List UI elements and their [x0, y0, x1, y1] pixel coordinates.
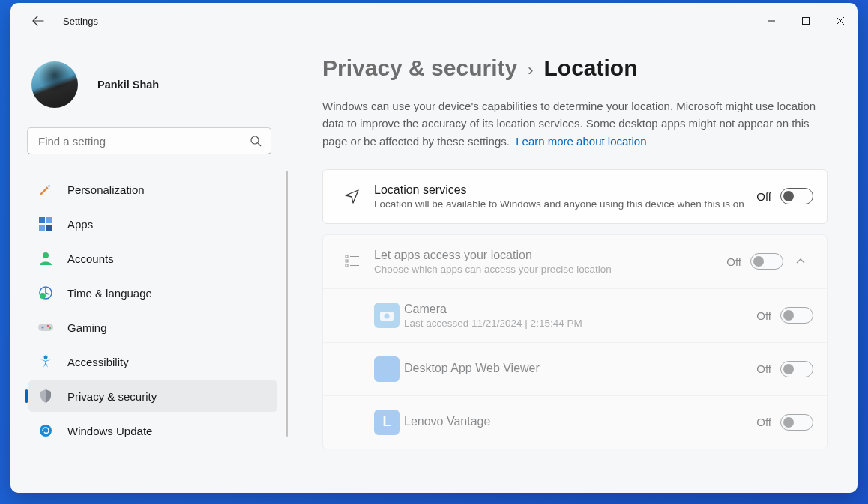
minimize-button[interactable] [754, 9, 789, 33]
lenovo-app-icon: L [374, 410, 400, 435]
maximize-icon [801, 16, 810, 25]
back-arrow-icon [32, 15, 44, 27]
nav-apps[interactable]: Apps [28, 208, 277, 240]
nav-gaming[interactable]: Gaming [28, 312, 277, 343]
app-access-group: Let apps access your location Choose whi… [322, 234, 828, 449]
close-button[interactable] [823, 9, 858, 33]
desktop-viewer-app-icon [374, 356, 400, 382]
breadcrumb-separator: › [528, 61, 533, 80]
search-input[interactable] [37, 134, 250, 148]
time-language-icon [37, 285, 54, 301]
svg-rect-9 [46, 225, 52, 231]
nav-windows-update[interactable]: Windows Update [28, 415, 277, 446]
nav-label: Gaming [67, 321, 107, 334]
profile[interactable]: Pankil Shah [10, 54, 288, 127]
settings-window: Settings Pankil Shah Personaliza [10, 3, 858, 493]
main-content: Privacy & security › Location Windows ca… [288, 39, 858, 493]
app-access-row[interactable]: Let apps access your location Choose whi… [323, 235, 827, 289]
svg-rect-7 [46, 217, 52, 223]
nav-label: Privacy & security [67, 390, 157, 403]
svg-point-15 [47, 325, 49, 327]
location-arrow-icon [331, 187, 374, 205]
svg-rect-1 [803, 18, 810, 25]
svg-point-18 [40, 425, 52, 437]
privacy-security-icon [37, 388, 54, 404]
app-camera-state: Off [756, 309, 771, 322]
app-camera-toggle[interactable] [780, 307, 813, 324]
svg-point-14 [42, 327, 44, 329]
search-icon [250, 135, 262, 147]
app-desktop-web-viewer-state: Off [756, 362, 771, 375]
app-camera-sub: Last accessed 11/21/2024 | 2:15:44 PM [404, 318, 744, 329]
app-access-toggle[interactable] [750, 253, 783, 270]
window-title: Settings [63, 16, 98, 27]
location-services-state: Off [756, 190, 771, 203]
gaming-icon [37, 319, 54, 336]
close-icon [836, 16, 845, 25]
apps-icon [37, 216, 54, 232]
nav-privacy-security[interactable]: Privacy & security [28, 380, 277, 412]
search-box[interactable] [27, 127, 271, 154]
camera-app-icon [374, 303, 400, 328]
app-lenovo-vantage-toggle[interactable] [780, 414, 813, 431]
list-icon [331, 253, 374, 270]
nav-label: Windows Update [67, 425, 152, 437]
nav-label: Personalization [67, 183, 145, 196]
app-camera-row[interactable]: Camera Last accessed 11/21/2024 | 2:15:4… [323, 289, 827, 343]
back-button[interactable] [24, 7, 52, 35]
location-services-row[interactable]: Location services Location will be avail… [323, 170, 827, 223]
svg-rect-6 [39, 217, 45, 223]
app-access-state: Off [726, 255, 741, 268]
nav-label: Accounts [67, 252, 114, 265]
app-lenovo-vantage-row[interactable]: L Lenovo Vantage Off [323, 396, 827, 449]
svg-point-16 [49, 327, 51, 329]
app-desktop-web-viewer-name: Desktop App Web Viewer [404, 362, 744, 375]
svg-point-17 [44, 356, 48, 359]
nav-personalization[interactable]: Personalization [28, 174, 277, 205]
accessibility-icon [37, 353, 54, 370]
app-access-subtitle: Choose which apps can access your precis… [374, 264, 714, 275]
location-services-toggle[interactable] [780, 188, 813, 204]
nav-label: Accessibility [67, 356, 129, 368]
svg-rect-13 [38, 324, 53, 331]
app-lenovo-vantage-state: Off [756, 416, 771, 428]
breadcrumb-parent[interactable]: Privacy & security [322, 55, 517, 81]
svg-point-26 [385, 314, 390, 319]
sidebar: Pankil Shah Personalization Apps [10, 39, 288, 493]
location-services-title: Location services [374, 183, 744, 197]
windows-update-icon [37, 422, 54, 439]
app-desktop-web-viewer-row[interactable]: Desktop App Web Viewer Off [323, 343, 827, 396]
svg-rect-19 [346, 255, 348, 258]
profile-name: Pankil Shah [97, 79, 159, 91]
svg-rect-20 [346, 260, 348, 262]
nav-accounts[interactable]: Accounts [28, 243, 277, 274]
app-access-title: Let apps access your location [374, 249, 714, 262]
location-services-card: Location services Location will be avail… [322, 169, 828, 224]
breadcrumb: Privacy & security › Location [322, 55, 828, 81]
chevron-up-icon [795, 256, 806, 267]
nav-list: Personalization Apps Accounts Time & lan… [10, 171, 288, 493]
svg-point-4 [251, 136, 259, 144]
maximize-button[interactable] [789, 9, 823, 33]
titlebar: Settings [10, 3, 858, 39]
breadcrumb-current: Location [543, 55, 637, 81]
minimize-icon [767, 16, 776, 25]
avatar [31, 61, 78, 108]
app-access-expand[interactable] [788, 256, 813, 267]
svg-point-12 [40, 293, 46, 299]
svg-rect-21 [346, 264, 348, 267]
nav-accessibility[interactable]: Accessibility [28, 346, 277, 377]
nav-label: Apps [67, 218, 93, 231]
app-lenovo-vantage-name: Lenovo Vantage [404, 415, 744, 428]
page-description: Windows can use your device's capabiliti… [322, 97, 828, 150]
svg-rect-8 [39, 225, 45, 231]
nav-time-language[interactable]: Time & language [28, 277, 277, 309]
app-desktop-web-viewer-toggle[interactable] [780, 361, 813, 377]
svg-line-5 [258, 143, 261, 146]
caption-buttons [754, 9, 858, 33]
app-camera-name: Camera [404, 303, 744, 316]
learn-more-link[interactable]: Learn more about location [516, 135, 646, 148]
accounts-icon [37, 250, 54, 267]
svg-point-10 [43, 252, 49, 258]
personalization-icon [37, 181, 54, 198]
